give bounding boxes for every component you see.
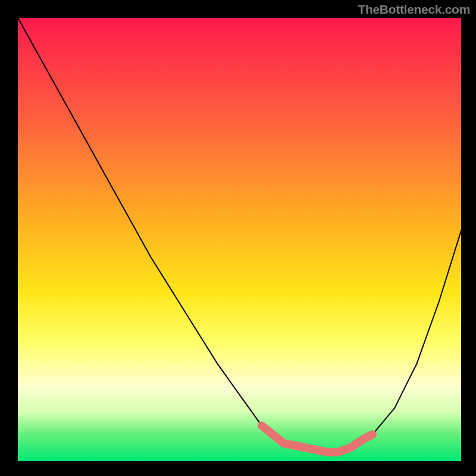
valley-highlight [262, 425, 372, 452]
curve-layer [18, 18, 461, 461]
main-curve [18, 18, 461, 452]
chart-frame: TheBottleneck.com [0, 0, 476, 476]
watermark-text: TheBottleneck.com [358, 2, 470, 17]
plot-area [18, 18, 461, 461]
